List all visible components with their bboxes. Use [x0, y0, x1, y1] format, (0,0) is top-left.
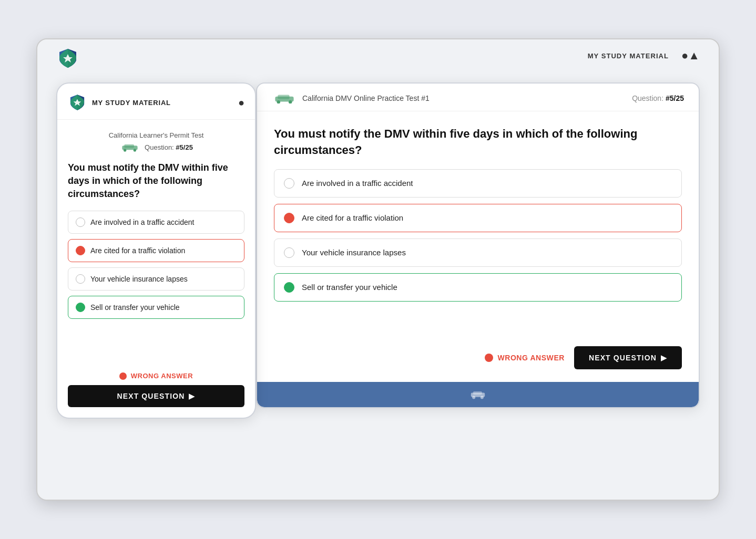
mobile-car-row: Question: #5/25 — [68, 142, 244, 152]
desktop-option-4[interactable]: Sell or transfer your vehicle — [274, 273, 682, 302]
desktop-top-bar: California DMV Online Practice Test #1 Q… — [257, 84, 699, 111]
mobile-options: Are involved in a traffic accident Are c… — [68, 211, 244, 319]
desktop-option-4-dot — [284, 282, 294, 293]
svg-point-5 — [134, 149, 136, 151]
mobile-footer: WRONG ANSWER NEXT QUESTION ▶ — [57, 365, 255, 418]
mobile-option-3-label: Your vehicle insurance lapses — [90, 275, 188, 283]
svg-point-12 — [472, 396, 475, 399]
desktop-test-name: California DMV Online Practice Test #1 — [302, 94, 430, 102]
desktop-footer: WRONG ANSWER NEXT QUESTION ▶ — [257, 339, 699, 382]
mobile-question-label: Question: #5/25 — [145, 143, 193, 151]
outer-device: MY STUDY MATERIAL ●▲ MY STUDY MATERIAL ● — [36, 38, 720, 501]
svg-point-13 — [481, 396, 484, 399]
logo-area — [56, 47, 79, 72]
desktop-options: Are involved in a traffic accident Are c… — [274, 169, 682, 302]
svg-rect-3 — [124, 144, 134, 148]
logo-shield-icon — [56, 47, 79, 70]
mobile-option-4[interactable]: Sell or transfer your vehicle — [68, 296, 244, 319]
mobile-next-arrow-icon: ▶ — [189, 392, 195, 400]
svg-rect-11 — [473, 391, 482, 395]
desktop-body: You must notify the DMV within five days… — [257, 111, 699, 339]
svg-point-4 — [124, 149, 126, 151]
nav-study-material[interactable]: MY STUDY MATERIAL — [588, 52, 669, 60]
mobile-body: California Learner's Permit Test Questio… — [57, 120, 255, 365]
desktop-option-4-label: Sell or transfer your vehicle — [302, 283, 397, 292]
mobile-next-button-label: NEXT QUESTION — [117, 392, 185, 400]
desktop-option-1-label: Are involved in a traffic accident — [302, 179, 413, 188]
mobile-wrong-answer-label: WRONG ANSWER — [131, 372, 193, 380]
top-nav: MY STUDY MATERIAL ●▲ — [37, 39, 719, 72]
mobile-question-num-val: #5/25 — [176, 143, 193, 151]
desktop-option-2-dot — [284, 213, 294, 223]
top-nav-links: MY STUDY MATERIAL ●▲ — [588, 49, 700, 63]
main-content: MY STUDY MATERIAL ● California Learner's… — [37, 72, 719, 500]
mobile-option-4-label: Sell or transfer your vehicle — [90, 303, 180, 312]
svg-rect-7 — [278, 95, 289, 99]
desktop-bottom-bar — [257, 382, 699, 407]
mobile-option-3-dot — [76, 274, 85, 284]
mobile-option-4-dot — [76, 303, 85, 312]
mobile-next-button[interactable]: NEXT QUESTION ▶ — [68, 385, 244, 407]
mobile-mockup: MY STUDY MATERIAL ● California Learner's… — [56, 82, 256, 419]
desktop-next-button[interactable]: NEXT QUESTION ▶ — [574, 346, 682, 369]
mobile-option-1-dot — [76, 217, 85, 227]
mobile-option-2-dot — [76, 246, 85, 255]
mobile-option-2[interactable]: Are cited for a traffic violation — [68, 239, 244, 262]
mobile-question-text: You must notify the DMV within five days… — [68, 161, 244, 201]
mobile-logo-area: MY STUDY MATERIAL — [68, 93, 171, 112]
desktop-wrong-dot — [485, 354, 493, 362]
desktop-option-2[interactable]: Are cited for a traffic violation — [274, 204, 682, 232]
mobile-option-3[interactable]: Your vehicle insurance lapses — [68, 267, 244, 291]
mobile-shield-icon — [68, 93, 87, 112]
desktop-car-icon — [272, 93, 297, 103]
desktop-wrong-answer-label: WRONG ANSWER — [497, 354, 565, 362]
desktop-option-1[interactable]: Are involved in a traffic accident — [274, 169, 682, 198]
car-icon — [119, 142, 140, 152]
desktop-option-2-label: Are cited for a traffic violation — [302, 213, 403, 222]
desktop-wrong-answer-row: WRONG ANSWER — [485, 354, 565, 362]
mobile-option-1-label: Are involved in a traffic accident — [90, 218, 194, 226]
mobile-option-1[interactable]: Are involved in a traffic accident — [68, 211, 244, 234]
desktop-question-text: You must notify the DMV within five days… — [274, 126, 682, 159]
desktop-option-1-dot — [284, 178, 294, 189]
desktop-next-arrow-icon: ▶ — [661, 354, 667, 362]
desktop-option-3-dot — [284, 247, 294, 258]
mobile-option-2-label: Are cited for a traffic violation — [90, 246, 185, 255]
mobile-subtitle: California Learner's Permit Test — [68, 131, 244, 139]
desktop-next-button-label: NEXT QUESTION — [589, 354, 657, 362]
mobile-header: MY STUDY MATERIAL ● — [57, 84, 255, 120]
mobile-header-title: MY STUDY MATERIAL — [92, 99, 171, 107]
desktop-option-3-label: Your vehicle insurance lapses — [302, 248, 406, 257]
nav-user-icon[interactable]: ●▲ — [681, 49, 700, 63]
desktop-panel: California DMV Online Practice Test #1 Q… — [256, 82, 700, 408]
desktop-top-left: California DMV Online Practice Test #1 — [272, 93, 430, 103]
bottom-bar-icon — [468, 389, 487, 400]
desktop-option-3[interactable]: Your vehicle insurance lapses — [274, 239, 682, 267]
desktop-question-num: #5/25 — [666, 94, 684, 102]
mobile-wrong-dot — [119, 372, 127, 380]
desktop-question-counter: Question: #5/25 — [632, 94, 684, 102]
mobile-user-icon[interactable]: ● — [238, 97, 244, 109]
mobile-wrong-answer-row: WRONG ANSWER — [119, 372, 193, 380]
